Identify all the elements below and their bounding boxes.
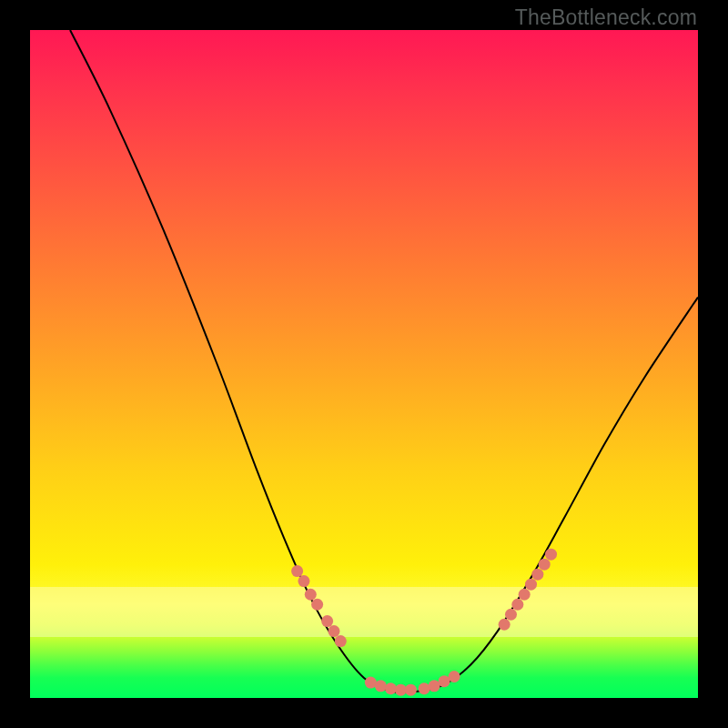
bottleneck-curve [70, 30, 698, 693]
marker-dot [405, 684, 417, 696]
marker-dot [305, 589, 317, 601]
marker-dot [385, 682, 397, 694]
marker-dot [365, 677, 377, 689]
marker-dot [291, 565, 303, 577]
marker-dot [375, 680, 387, 692]
chart-frame: TheBottleneck.com [0, 0, 728, 728]
marker-dot [511, 599, 523, 611]
marker-dot [449, 671, 460, 682]
marker-dot [525, 579, 537, 591]
marker-dot [531, 569, 543, 581]
marker-dots [291, 549, 557, 696]
marker-dot [505, 609, 517, 621]
marker-dot [321, 615, 333, 627]
watermark-text: TheBottleneck.com [515, 5, 697, 30]
marker-dot [539, 559, 551, 571]
marker-dot [311, 599, 323, 611]
marker-dot [335, 635, 347, 647]
marker-dot [328, 625, 339, 637]
marker-dot [545, 549, 557, 561]
marker-dot [519, 589, 531, 601]
curve-layer [30, 30, 698, 698]
marker-dot [298, 575, 309, 587]
marker-dot [419, 682, 430, 694]
marker-dot [499, 619, 511, 631]
